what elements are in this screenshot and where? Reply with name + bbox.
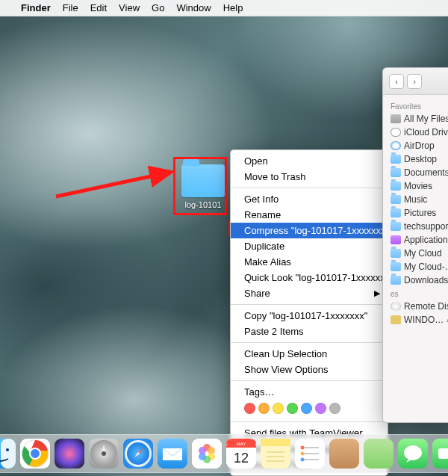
menu-help[interactable]: Help	[223, 2, 243, 13]
dock-launchpad[interactable]	[89, 439, 119, 469]
context-menu-item[interactable]: Share▶	[231, 285, 388, 301]
sidebar-item[interactable]: AirDrop	[383, 139, 448, 152]
sidebar-item[interactable]: My Cloud-…	[383, 260, 448, 273]
svg-point-38	[301, 458, 305, 462]
dock-notes[interactable]	[261, 439, 290, 469]
menu-edit[interactable]: Edit	[90, 2, 107, 13]
context-menu-item[interactable]: Clean Up Selection	[231, 346, 388, 362]
tag-color-dot[interactable]	[244, 403, 255, 414]
app-icon	[391, 235, 401, 244]
svg-text:MAY: MAY	[237, 442, 246, 446]
dock-finder[interactable]	[0, 439, 16, 469]
context-menu-separator	[231, 342, 388, 343]
dock-mail[interactable]	[158, 439, 187, 469]
sidebar-item[interactable]: All My Files	[383, 112, 448, 126]
menubar-app-name[interactable]: Finder	[21, 2, 51, 13]
cloud-icon	[391, 128, 401, 137]
nav-back-button[interactable]: ‹	[389, 74, 404, 89]
sidebar-item[interactable]: Movies	[383, 179, 448, 193]
svg-rect-15	[192, 439, 222, 469]
sidebar-item[interactable]: Desktop	[383, 152, 448, 166]
svg-rect-42	[438, 448, 448, 459]
svg-point-37	[301, 452, 305, 456]
sidebar-item-label: All My Files	[404, 114, 448, 124]
dock-reminders[interactable]	[295, 439, 325, 469]
sidebar-item[interactable]: Remote Disc	[383, 300, 448, 313]
context-menu-item[interactable]: Make Alias	[231, 254, 388, 270]
tag-color-dot[interactable]	[287, 403, 298, 414]
menu-file[interactable]: File	[63, 2, 78, 13]
tag-color-dot[interactable]	[301, 403, 312, 414]
sidebar-item[interactable]: Music	[383, 193, 448, 206]
dock-photos[interactable]	[192, 439, 222, 469]
sidebar-item[interactable]: techsupport	[383, 220, 448, 233]
sidebar-item-label: WINDO…	[404, 315, 444, 325]
dock: MAY12	[0, 434, 448, 473]
sidebar-item[interactable]: Downloads	[383, 273, 448, 287]
sidebar-item-label: Downloads	[404, 275, 448, 285]
sidebar-item[interactable]: Applications	[383, 233, 448, 247]
svg-point-11	[102, 451, 106, 456]
context-menu-tags-label[interactable]: Tags…	[231, 384, 388, 400]
folder-icon	[391, 168, 401, 177]
svg-rect-28	[261, 439, 290, 446]
sidebar-item[interactable]: My Cloud	[383, 247, 448, 260]
sidebar-item-label: Desktop	[404, 154, 437, 164]
finder-sidebar: FavoritesAll My FilesiCloud DriveAirDrop…	[383, 95, 448, 422]
tag-color-dot[interactable]	[258, 403, 270, 414]
context-menu-item[interactable]: Quick Look "log-101017-1xxxxxxx"	[231, 270, 388, 285]
nav-forward-button[interactable]: ›	[407, 74, 422, 89]
svg-point-36	[301, 446, 305, 450]
sidebar-item[interactable]: iCloud Drive	[383, 126, 448, 139]
annotation-box-folder	[173, 157, 227, 215]
context-menu-item[interactable]: Compress "log-101017-1xxxxxxx"	[231, 223, 388, 238]
context-menu-item[interactable]: Copy "log-101017-1xxxxxxx"	[231, 308, 388, 324]
context-menu-item[interactable]: Duplicate	[231, 238, 388, 254]
svg-text:12: 12	[234, 451, 249, 466]
dock-messages[interactable]	[398, 439, 428, 469]
tag-color-dot[interactable]	[273, 403, 284, 414]
sidebar-item[interactable]: WINDO…⏏	[383, 313, 448, 327]
tag-color-dot[interactable]	[315, 403, 326, 414]
dock-calendar[interactable]: MAY12	[226, 439, 256, 469]
context-menu-item[interactable]: Move to Trash	[231, 169, 388, 185]
menubar: Finder File Edit View Go Window Help	[0, 0, 448, 16]
sidebar-item-label: Music	[404, 194, 427, 205]
menu-go[interactable]: Go	[152, 2, 164, 13]
sidebar-item-label: iCloud Drive	[404, 127, 448, 137]
dock-chrome[interactable]	[20, 439, 50, 469]
folder-icon	[391, 155, 401, 164]
dock-siri[interactable]	[55, 439, 84, 469]
sidebar-item-label: techsupport	[404, 221, 448, 232]
sidebar-item-label: Remote Disc	[404, 301, 448, 312]
context-menu-item[interactable]: Paste 2 Items	[231, 324, 388, 339]
finder-toolbar: ‹ ›	[383, 68, 448, 95]
context-menu-item[interactable]: Open	[231, 153, 388, 169]
svg-point-40	[404, 445, 422, 460]
sidebar-item-label: AirDrop	[404, 140, 435, 151]
sidebar-section-header: Favorites	[383, 99, 448, 112]
dock-contacts[interactable]	[329, 439, 359, 469]
context-menu-item[interactable]: Rename	[231, 207, 388, 223]
context-menu: OpenMove to TrashGet InfoRenameCompress …	[230, 149, 388, 476]
context-menu-separator	[231, 304, 388, 305]
folder-icon	[391, 195, 401, 204]
svg-point-21	[199, 447, 206, 454]
sidebar-item[interactable]: Pictures	[383, 206, 448, 220]
dock-facetime[interactable]	[432, 439, 448, 469]
folder-icon	[391, 222, 401, 231]
context-menu-item[interactable]: Get Info	[231, 191, 388, 207]
sidebar-item-label: Documents	[404, 167, 448, 178]
allfiles-icon	[391, 114, 401, 123]
sidebar-item-label: Pictures	[404, 208, 436, 218]
disc-icon	[391, 302, 401, 311]
folder-icon	[391, 276, 401, 285]
airdrop-icon	[391, 141, 401, 150]
menu-view[interactable]: View	[119, 2, 140, 13]
dock-safari[interactable]	[123, 439, 153, 469]
menu-window[interactable]: Window	[176, 2, 211, 13]
sidebar-item[interactable]: Documents	[383, 166, 448, 179]
context-menu-item[interactable]: Show View Options	[231, 362, 388, 377]
tag-color-dot[interactable]	[329, 403, 340, 414]
dock-maps[interactable]	[364, 439, 393, 469]
